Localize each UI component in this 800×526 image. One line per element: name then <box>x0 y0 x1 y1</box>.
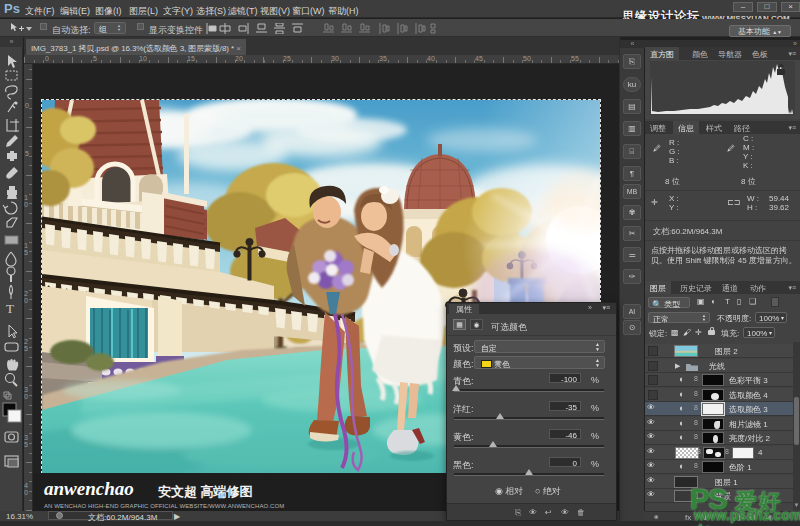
svg-text:T: T <box>6 301 14 316</box>
